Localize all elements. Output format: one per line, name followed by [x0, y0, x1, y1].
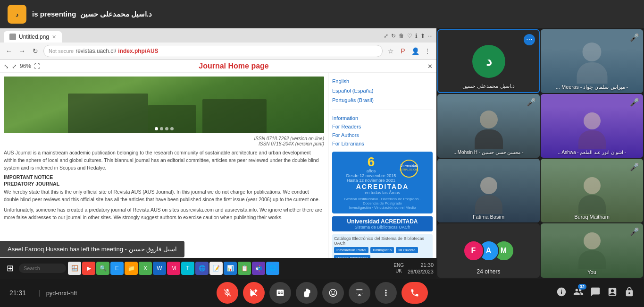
taskbar-app-7[interactable]: W: [153, 262, 166, 275]
taskbar-app-12[interactable]: 📊: [224, 262, 237, 275]
taskbar-app-13[interactable]: 📋: [238, 262, 251, 275]
refresh-btn[interactable]: ↻: [30, 46, 41, 56]
url-path: index.php/AUS: [118, 48, 158, 54]
taskbar-app-1[interactable]: 🪟: [68, 262, 81, 275]
taskbar-app-6[interactable]: X: [139, 262, 152, 275]
for-authors-link[interactable]: For Authors: [332, 131, 433, 139]
camera-btn[interactable]: [243, 282, 265, 304]
taskbar-app-14[interactable]: 📬: [252, 262, 265, 275]
svg-text:د: د: [16, 11, 18, 18]
page-header-bar: ⤡ ⤢ 96% ⛶ Journal Home page ✕: [0, 60, 436, 73]
info-circle-icon[interactable]: ℹ: [415, 33, 418, 39]
taskbar-app-4[interactable]: E: [110, 262, 124, 275]
participant-tile-you[interactable]: 🎤 You: [541, 223, 643, 278]
presenter-text: د.اسیل محمدعلی حسین is presenting: [32, 10, 152, 18]
participant-tile-daseel[interactable]: د ⋯ د.اسیل محمدعلی حسین: [437, 29, 540, 93]
top-bar: د د.اسیل محمدعلی حسین is presenting: [0, 0, 644, 28]
zoom-in-icon[interactable]: ⤢: [12, 63, 17, 70]
dot-3: [165, 127, 168, 130]
taskbar-app-8[interactable]: M: [167, 262, 180, 275]
refresh-top-icon[interactable]: ↻: [391, 33, 396, 39]
taskbar-app-11[interactable]: 📝: [209, 262, 223, 275]
participant-tile-ashwa[interactable]: 🎤 - اشوان انور عبد الملعم - Ashwa...: [541, 94, 643, 158]
participant-tile-fatima[interactable]: Fatima Basim: [437, 159, 540, 222]
buraq-mute-icon: 🎤: [630, 162, 639, 171]
delete-icon[interactable]: 🗑: [399, 33, 404, 39]
taskbar-app-9[interactable]: T: [181, 262, 194, 275]
predatory-text-1: We hereby state that this is the only of…: [4, 188, 324, 204]
journal-description: AUS Journal is a mainstream academic pub…: [4, 149, 324, 171]
info-icon[interactable]: [556, 287, 567, 299]
participant-tile-others[interactable]: F A M 24 others: [437, 223, 540, 278]
hero-image: [4, 77, 324, 133]
fullscreen-icon[interactable]: ⛶: [34, 63, 40, 70]
fatima-name: Fatima Basim: [441, 214, 536, 220]
taskbar-app-15[interactable]: 🌐: [266, 262, 279, 275]
pinterest-icon[interactable]: P: [398, 46, 408, 56]
more-options-btn[interactable]: [375, 282, 397, 304]
raise-hand-btn[interactable]: [296, 282, 318, 304]
more-icon[interactable]: ···: [428, 33, 433, 39]
forward-btn[interactable]: →: [17, 46, 27, 56]
participant-tile-mohsin[interactable]: 🎤 - محسن حسن حسین - Mohsin H...: [437, 94, 540, 158]
bookmark-icon[interactable]: ☆: [385, 46, 396, 56]
taskbar-app-10[interactable]: 🌐: [195, 262, 209, 275]
present-btn[interactable]: [349, 282, 370, 304]
restore-icon[interactable]: ⤢: [384, 33, 388, 39]
taskbar-app-3[interactable]: 🔍: [96, 262, 109, 275]
for-readers-link[interactable]: For Readers: [332, 122, 433, 131]
participants-panel: د ⋯ د.اسیل محمدعلی حسین 🎤 - میراس سلمان …: [436, 28, 644, 279]
portal-btn[interactable]: Information Portal: [334, 247, 368, 253]
people-icon[interactable]: 32: [573, 287, 584, 299]
tile-options-btn[interactable]: ⋯: [524, 34, 535, 45]
account-icon[interactable]: 👤: [410, 46, 420, 56]
taskbar-app-2[interactable]: ▶: [82, 262, 95, 275]
share-icon[interactable]: ⬆: [420, 33, 425, 39]
lang-espanol[interactable]: Español (España): [332, 86, 433, 95]
more-options-icon[interactable]: ⋮: [422, 46, 433, 56]
lang-portugues[interactable]: Português (Brasil): [332, 95, 433, 105]
chat-icon[interactable]: [590, 287, 601, 299]
end-call-btn[interactable]: [401, 282, 428, 304]
participant-tile-meeras[interactable]: 🎤 - میراس سلمان جواد - Meeras ...: [541, 29, 643, 93]
accredited-years: 6 añosDesde 12 noviembre 2015Hasta 12 no…: [346, 155, 396, 183]
zoom-out-icon[interactable]: ⤡: [4, 63, 9, 70]
participant-count: 32: [578, 284, 586, 290]
browser-chrome: Untitled.png ✕ ⤢ ↻ 🗑 ♡ ℹ ⬆ ··· ← → ↻: [0, 28, 436, 60]
address-bar[interactable]: Not secure revistas.uach.cl/ index.php/A…: [43, 45, 383, 57]
acreditada-text: ACREDITADA: [336, 183, 429, 190]
taskbar-right: ENGUK 21:30 26/03/2023: [393, 262, 434, 275]
close-preview-icon[interactable]: ✕: [427, 63, 433, 70]
info-link[interactable]: Information: [332, 114, 433, 122]
notification-bar: اسیل فاروق حسین - Aseel Farooq Hussein h…: [0, 241, 184, 257]
notification-text: اسیل فاروق حسین - Aseel Farooq Hussein h…: [8, 246, 177, 253]
lang-english[interactable]: English: [332, 77, 433, 86]
for-librarians-link[interactable]: For Librarians: [332, 139, 433, 148]
tab-close-btn[interactable]: ✕: [52, 34, 56, 40]
taskbar-search[interactable]: [19, 264, 66, 273]
divider-1: [332, 110, 433, 110]
acreditada-subtitle: en todas las Áreas: [336, 190, 429, 195]
journal-page-title: Journal Home page: [44, 62, 424, 70]
emoji-btn[interactable]: [322, 282, 344, 304]
meeting-id: pyd-nrxt-hft: [46, 290, 77, 297]
address-toolbar-icons: ☆ P 👤 ⋮: [385, 46, 433, 56]
mic-btn[interactable]: [217, 282, 238, 304]
participant-tile-buraq[interactable]: 🎤 Buraq Maitham: [541, 159, 643, 222]
browser-tab[interactable]: Untitled.png ✕: [4, 31, 62, 43]
mohsin-mute-icon: 🎤: [527, 98, 536, 107]
bibliog-btn[interactable]: Bibliografía: [370, 247, 394, 253]
others-stacked-avatars: F A M: [463, 240, 514, 261]
activities-icon[interactable]: [607, 287, 618, 299]
bottom-right-controls: 32: [556, 287, 635, 299]
captions-btn[interactable]: [269, 282, 291, 304]
taskbar-app-icons: 🪟 ▶ 🔍 E 📁 X W M T 🌐 📝 📊 📋 📬 🌐: [68, 262, 279, 275]
lock-icon[interactable]: [624, 287, 635, 299]
ashwa-name: - اشوان انور عبد الملعم - Ashwa...: [544, 150, 639, 155]
back-btn[interactable]: ←: [4, 46, 14, 56]
tab-title: Untitled.png: [19, 34, 49, 40]
heart-icon[interactable]: ♡: [407, 33, 412, 39]
start-button[interactable]: ⊞: [3, 261, 17, 275]
cuenta-btn[interactable]: Mi Cuenta: [396, 247, 418, 253]
taskbar-app-5[interactable]: 📁: [125, 262, 138, 275]
